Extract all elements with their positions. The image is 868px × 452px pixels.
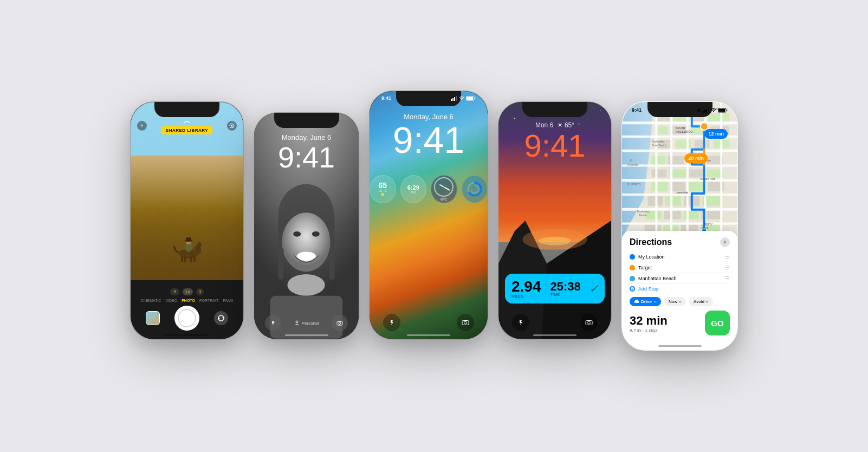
drag-handle[interactable]: ☰: [725, 275, 730, 281]
svg-rect-83: [689, 169, 704, 177]
maps-screen: 9:41: [622, 102, 737, 350]
chevron-down-icon: [705, 301, 709, 303]
svg-point-40: [464, 321, 467, 324]
camera-modes: CINEMATIC VIDEO PHOTO PORTRAIT PANO: [140, 299, 233, 302]
close-button[interactable]: ✕: [720, 237, 730, 247]
lockscreen-time: 9:41: [254, 143, 359, 172]
camera-bottom-icon[interactable]: [457, 314, 474, 331]
weather-widget: 65 55 72: [370, 175, 396, 203]
svg-rect-33: [467, 97, 473, 100]
mode-video[interactable]: VIDEO: [165, 299, 177, 302]
svg-point-50: [600, 110, 601, 111]
avoid-option-label: Avoid: [694, 299, 704, 304]
mode-pano[interactable]: PANO: [223, 299, 233, 302]
lockscreen-date: Monday, June 6: [254, 133, 359, 141]
clock-city: NYC: [441, 198, 448, 201]
widgets-row: 65 55 72 6:29 PM NYC: [370, 175, 488, 203]
flashlight-icon[interactable]: [265, 315, 281, 331]
svg-rect-90: [665, 196, 681, 206]
time-badge-12min: 12 min: [704, 129, 728, 139]
directions-title: Directions: [630, 237, 672, 247]
svg-point-18: [312, 231, 320, 237]
eta-row: 32 min 9.7 mi · 1 stop GO: [630, 311, 730, 335]
maps-status-time: 9:41: [632, 107, 642, 113]
drive-button[interactable]: Drive: [630, 297, 661, 306]
svg-rect-108: [622, 223, 737, 225]
nike-time-label: Time: [550, 293, 581, 296]
flip-camera-button[interactable]: [214, 311, 228, 325]
nike-miles-value: 2.94: [511, 279, 541, 294]
svg-rect-85: [651, 182, 668, 191]
svg-point-12: [231, 125, 233, 127]
camera-top-bar: [131, 121, 243, 131]
temp-value: 65: [378, 182, 387, 189]
go-button[interactable]: GO: [705, 311, 730, 335]
svg-rect-77: [651, 156, 665, 166]
settings-icon[interactable]: [227, 121, 237, 131]
svg-rect-101: [622, 121, 737, 124]
maps-map-view[interactable]: El Segundo Hawthorne EL PORTO Lawndale M…: [622, 102, 737, 238]
zoom-3x[interactable]: 3: [196, 288, 204, 295]
svg-rect-103: [622, 150, 737, 152]
svg-rect-27: [451, 99, 452, 101]
phone-lockscreen-color: 9:41: [369, 91, 488, 340]
zoom-05[interactable]: .5: [170, 288, 179, 295]
svg-rect-34: [475, 98, 476, 99]
color-lockscreen-screen: 9:41: [370, 91, 488, 339]
widget-ampm: PM: [411, 191, 416, 194]
svg-point-59: [713, 111, 714, 112]
sun-icon: [379, 192, 386, 197]
add-stop-label[interactable]: Add Stop: [638, 286, 658, 292]
flashlight-bottom-icon[interactable]: [383, 314, 400, 331]
avoid-button[interactable]: Avoid: [689, 297, 713, 306]
drag-handle[interactable]: ☰: [725, 254, 730, 260]
sunset-bottom-bar: [498, 314, 611, 331]
chevron-down-icon: [678, 301, 682, 303]
mode-photo[interactable]: PHOTO: [182, 299, 195, 302]
camera-bottom-controls: .5 1× 3 CINEMATIC VIDEO PHOTO PORTRAIT P…: [131, 280, 243, 340]
svg-rect-29: [454, 97, 455, 101]
direction-row-target: Target ☰: [630, 262, 730, 273]
flash-icon[interactable]: [137, 121, 147, 131]
time-button[interactable]: Now: [664, 297, 686, 306]
zoom-1x[interactable]: 1×: [183, 288, 193, 295]
circular-widget: [462, 175, 488, 203]
phone-camera: SHARED LIBRARY .5 1×: [130, 101, 244, 340]
signal-icon: [451, 96, 457, 101]
temp-range: 55 72: [379, 189, 387, 192]
svg-rect-109: [655, 102, 657, 238]
battery-icon: [718, 108, 728, 113]
shutter-button[interactable]: [174, 306, 199, 331]
svg-point-23: [296, 321, 298, 323]
svg-point-38: [471, 185, 478, 193]
home-indicator: [533, 334, 576, 336]
lockscreen-bottom-bar: Personal: [254, 315, 359, 331]
svg-rect-89: [648, 196, 663, 206]
svg-point-139: [638, 302, 639, 304]
mode-cinematic[interactable]: CINEMATIC: [140, 299, 161, 302]
notch: [522, 102, 587, 117]
eta-time: 32 min: [630, 314, 668, 328]
svg-point-7: [185, 242, 192, 252]
car-icon: [634, 300, 639, 304]
nike-divider: [546, 281, 546, 297]
mode-portrait[interactable]: PORTRAIT: [199, 299, 218, 302]
add-stop-row: + Add Stop: [630, 284, 730, 294]
nike-miles-metric: 2.94 Miles: [511, 279, 541, 298]
drag-handle[interactable]: ☰: [725, 264, 730, 270]
camera-icon[interactable]: [332, 315, 348, 331]
svg-rect-94: [664, 210, 681, 219]
status-bar: 9:41: [370, 95, 488, 101]
svg-rect-87: [688, 182, 705, 191]
svg-rect-104: [622, 165, 737, 167]
thumbnail-preview[interactable]: [146, 311, 160, 325]
flashlight-bottom-icon[interactable]: [512, 314, 529, 331]
camera-bottom-icon[interactable]: [580, 314, 598, 331]
time-widget: 6:29 PM: [400, 175, 427, 203]
home-indicator: [165, 334, 209, 336]
svg-rect-1: [181, 256, 183, 262]
svg-point-54: [588, 321, 591, 324]
chevron-up-icon: [183, 121, 191, 123]
analog-clock: [434, 177, 454, 197]
direction-row-manhattan-beach: Manhattan Beach ☰: [630, 273, 730, 284]
